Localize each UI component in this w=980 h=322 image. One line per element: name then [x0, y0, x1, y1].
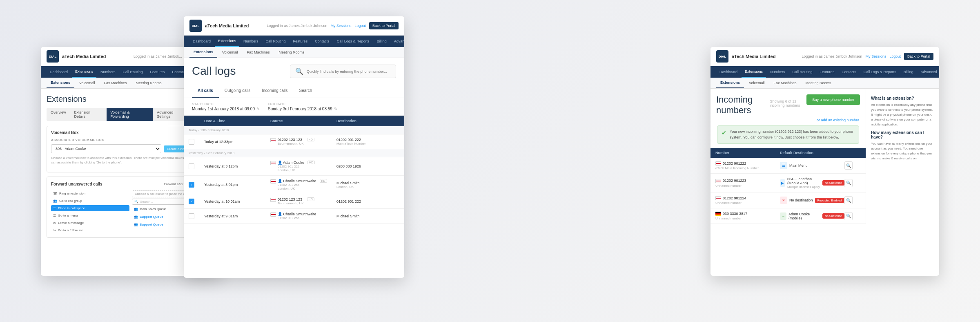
log-checkbox-1[interactable] [189, 139, 194, 145]
tab-incoming-calls[interactable]: Incoming calls [256, 84, 293, 98]
subnav-extensions-center[interactable]: Extensions [189, 47, 217, 58]
subnav-meeting-left[interactable]: Meeting Rooms [132, 78, 166, 88]
my-sessions-right[interactable]: My Sessions [865, 54, 886, 58]
search-btn-4[interactable]: 🔍 [844, 212, 853, 220]
subnav-fax-right[interactable]: Fax Machines [770, 78, 801, 88]
forward-option-message[interactable]: ✉ Leave a message [51, 220, 129, 226]
nav-advanced-right[interactable]: Advanced [918, 67, 939, 77]
subnav-fax-left[interactable]: Fax Machines [100, 78, 131, 88]
nav-numbers-center[interactable]: Numbers [240, 36, 262, 47]
start-date-edit-icon[interactable]: ✎ [256, 107, 260, 111]
end-date-value: Sunday 3rd February 2018 at 08:59 ✎ [268, 107, 337, 111]
tab-outgoing-calls[interactable]: Outgoing calls [219, 84, 256, 98]
subnav-extensions-left[interactable]: Extensions [47, 78, 74, 88]
voicemail-select[interactable]: 306 - Adam Cooke [51, 144, 161, 153]
log-checkbox-5[interactable] [189, 213, 194, 219]
subnav-voicemail-right[interactable]: Voicemail [745, 78, 769, 88]
hd-badge-1: HD [307, 138, 314, 141]
subnav-meeting-center[interactable]: Meeting Rooms [275, 47, 309, 57]
dial-logo-center: DIAL [189, 20, 202, 32]
back-portal-btn-center[interactable]: Back to Portal [369, 22, 399, 29]
subnav-meeting-right[interactable]: Meeting Rooms [802, 78, 835, 88]
numbers-list-col: Incoming numbers Showing 6 of 12 incomin… [710, 89, 866, 224]
nav-dashboard-center[interactable]: Dashboard [189, 36, 214, 47]
nav-callrouting-right[interactable]: Call Routing [789, 67, 816, 77]
calllogs-search-input[interactable] [307, 69, 391, 74]
num-header-dest: Default Destination [780, 151, 844, 155]
nav-billing-right[interactable]: Billing [900, 67, 917, 77]
tab-ext-details[interactable]: Extension Details [70, 108, 107, 121]
search-btn-2[interactable]: 🔍 [844, 179, 853, 187]
my-sessions-center[interactable]: My Sessions [330, 24, 351, 28]
logged-in-center: Logged in as James Jimbok Johnson [267, 24, 327, 28]
flag-de-r4 [715, 212, 721, 216]
tab-voicemail-forwarding[interactable]: Voicemail & Forwarding [107, 108, 153, 121]
nav-calllogs-center[interactable]: Call Logs & Reports [334, 36, 373, 47]
logout-right[interactable]: Logout [889, 54, 901, 58]
nav-features-center[interactable]: Features [290, 36, 311, 47]
subnav-extensions-right[interactable]: Extensions [716, 78, 744, 88]
log-checkbox-2[interactable] [189, 163, 194, 169]
followme-icon: ↪ [53, 228, 56, 232]
tab-search-calls[interactable]: Search [294, 84, 318, 98]
forward-option-followme[interactable]: ↪ Go to a follow me [51, 227, 129, 233]
nav-numbers-right[interactable]: Numbers [767, 67, 788, 77]
no-subscribe-btn-4[interactable]: No Subscribe [822, 213, 844, 219]
number-cell-4: 030 3330 3817 Unnamed number [715, 212, 780, 220]
flag-uk-r2 [715, 179, 721, 183]
sales-queue-icon: 👥 [134, 207, 138, 211]
recording-btn-3[interactable]: Recording Enabled [815, 198, 844, 203]
log-row-3: ✓ Yesterday at 3:01pm 👤 Charlie Smurthwa… [184, 176, 404, 194]
nav-callrouting-left[interactable]: Call Routing [120, 67, 146, 77]
nav-calllogs-right[interactable]: Call Logs & Reports [860, 67, 900, 77]
log-checkbox-3[interactable]: ✓ [189, 182, 194, 188]
log-checkbox-4[interactable]: ✓ [189, 199, 194, 204]
nav-features-left[interactable]: Features [147, 67, 168, 77]
add-existing-link[interactable]: or add an existing number [710, 118, 866, 122]
forward-option-callgroup[interactable]: 👥 Go to call group [51, 198, 129, 204]
calllogs-header-area: Call logs 🔍 [184, 58, 404, 84]
showing-count: Showing 6 of 12 incoming numbers [770, 99, 807, 107]
no-subscribe-btn-2[interactable]: No Subscribe [822, 180, 844, 186]
nav-extensions-right[interactable]: Extensions [742, 66, 766, 78]
log-time-4: Yesterday at 10:01am [204, 199, 267, 203]
end-date-edit-icon[interactable]: ✎ [334, 107, 337, 111]
log-group-yesterday: Yesterday - 12th February 2018 [184, 149, 404, 157]
message-icon: ✉ [53, 221, 56, 225]
log-header-dest: Destination [336, 119, 399, 123]
logo-area-right: DIAL aTech Media Limited [716, 50, 775, 63]
buy-phone-btn[interactable]: Buy a new phone number [806, 94, 860, 105]
subnav-fax-center[interactable]: Fax Machines [243, 47, 274, 57]
search-btn-3[interactable]: 🔍 [844, 196, 853, 204]
nav-features-right[interactable]: Features [817, 67, 838, 77]
nav-extensions-center[interactable]: Extensions [215, 36, 239, 47]
nav-dashboard-right[interactable]: Dashboard [716, 67, 741, 77]
nav-dashboard-left[interactable]: Dashboard [47, 67, 71, 77]
number-main-2: 01202 901223 [715, 179, 780, 183]
topbar-right-right: Logged in as James Jimbok Johnson My Ses… [802, 53, 933, 60]
logout-center[interactable]: Logout [354, 24, 366, 28]
forward-options: ☎ Ring an extension 👥 Go to call group ☰… [51, 190, 129, 233]
nav-callrouting-center[interactable]: Call Routing [263, 36, 289, 47]
nav-extensions-left[interactable]: Extensions [72, 66, 96, 78]
number-cell-3: 01202 901224 Unnamed number [715, 196, 780, 205]
log-source-1: 01202 123 123 Bournemouth, UK HD [270, 138, 333, 145]
subnav-voicemail-center[interactable]: Voicemail [218, 47, 242, 57]
search-btn-1[interactable]: 🔍 [844, 161, 853, 170]
forward-option-callspace[interactable]: ☰ Place in call space [51, 205, 129, 211]
nav-contacts-right[interactable]: Contacts [838, 67, 860, 77]
dest-text-2: 664 - Jonathan (Mobile App) [787, 177, 820, 185]
nav-billing-center[interactable]: Billing [374, 36, 390, 47]
back-portal-btn-right[interactable]: Back to Portal [904, 53, 933, 60]
source-loc-2: 01202 901 222 [278, 165, 304, 168]
number-label-4: Unnamed number [715, 217, 780, 220]
nav-advanced-center[interactable]: Advanced [391, 36, 404, 47]
nav-contacts-center[interactable]: Contacts [312, 36, 333, 47]
start-date-value: Monday 1st January 2018 at 09:00 ✎ [192, 107, 260, 111]
tab-overview[interactable]: Overview [47, 108, 70, 121]
nav-numbers-left[interactable]: Numbers [97, 67, 119, 77]
forward-option-ring[interactable]: ☎ Ring an extension [51, 190, 129, 197]
subnav-voicemail-left[interactable]: Voicemail [75, 78, 99, 88]
forward-option-menu[interactable]: ☰ Go to a menu [51, 212, 129, 219]
tab-all-calls[interactable]: All calls [192, 84, 219, 98]
